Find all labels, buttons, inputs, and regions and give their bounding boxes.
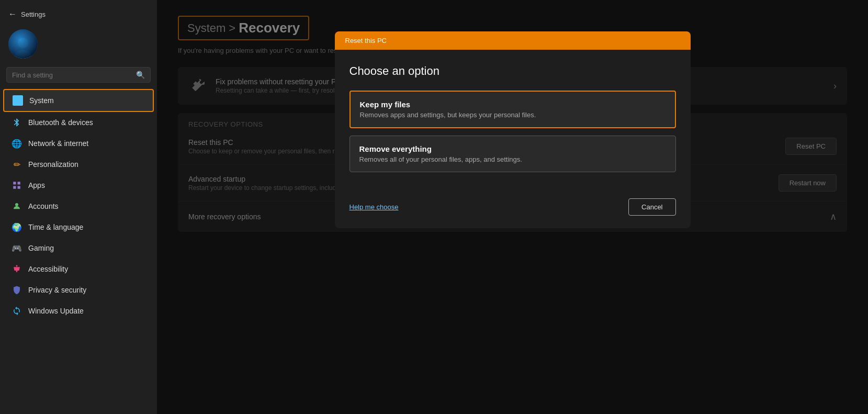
app-title: Settings [21, 10, 46, 18]
option-keep-title: Keep my files [360, 100, 666, 109]
sidebar: ← Settings 🔍 System B [0, 0, 157, 414]
sidebar-item-network[interactable]: 🌐 Network & internet [3, 133, 154, 154]
bluetooth-icon [12, 117, 22, 128]
sidebar-item-accessibility[interactable]: Accessibility [3, 259, 154, 279]
gaming-icon: 🎮 [12, 243, 22, 253]
sidebar-item-label: Accessibility [28, 265, 68, 273]
dialog-body: Choose an option Keep my files Removes a… [335, 50, 691, 190]
sidebar-item-system[interactable]: System [3, 89, 154, 112]
accounts-icon [12, 201, 22, 211]
reset-dialog: Reset this PC Choose an option Keep my f… [335, 31, 691, 228]
sidebar-item-time[interactable]: 🌍 Time & language [3, 217, 154, 238]
dialog-header: Reset this PC [335, 31, 691, 50]
svg-rect-4 [13, 182, 16, 184]
sidebar-item-label: Personalization [28, 160, 78, 169]
search-box[interactable]: 🔍 [6, 67, 151, 83]
cancel-button[interactable]: Cancel [628, 198, 675, 216]
privacy-icon [12, 285, 22, 295]
svg-rect-6 [13, 186, 16, 189]
sidebar-item-label: Bluetooth & devices [28, 118, 93, 127]
search-icon: 🔍 [136, 71, 145, 79]
dialog-title: Choose an option [350, 64, 676, 78]
sidebar-item-gaming[interactable]: 🎮 Gaming [3, 238, 154, 259]
help-link[interactable]: Help me choose [350, 203, 399, 211]
option-remove-desc: Removes all of your personal files, apps… [359, 155, 666, 163]
sidebar-item-personalization[interactable]: ✏ Personalization [3, 154, 154, 175]
svg-point-9 [16, 265, 18, 267]
avatar [8, 29, 38, 59]
dialog-footer: Help me choose Cancel [335, 190, 691, 228]
sidebar-item-label: Windows Update [28, 307, 84, 315]
svg-rect-7 [18, 186, 20, 189]
sidebar-item-apps[interactable]: Apps [3, 175, 154, 196]
network-icon: 🌐 [12, 138, 22, 149]
back-row[interactable]: ← Settings [0, 5, 157, 23]
sidebar-item-privacy[interactable]: Privacy & security [3, 279, 154, 300]
back-arrow-icon[interactable]: ← [8, 9, 17, 19]
sidebar-item-update[interactable]: Windows Update [3, 300, 154, 321]
update-icon [12, 306, 22, 316]
accessibility-icon [12, 264, 22, 274]
system-icon [13, 95, 23, 106]
svg-rect-5 [18, 182, 20, 184]
sidebar-item-label: Network & internet [28, 139, 88, 148]
option-remove-everything[interactable]: Remove everything Removes all of your pe… [350, 136, 676, 172]
sidebar-item-label: Privacy & security [28, 286, 86, 294]
svg-point-3 [8, 29, 38, 59]
main-content: System > Recovery If you're having probl… [157, 0, 868, 414]
apps-icon [12, 180, 22, 191]
sidebar-item-bluetooth[interactable]: Bluetooth & devices [3, 112, 154, 133]
sidebar-item-label: Accounts [28, 202, 59, 210]
sidebar-item-label: Time & language [28, 223, 83, 231]
sidebar-item-label: System [29, 96, 54, 105]
search-input[interactable] [12, 71, 132, 79]
sidebar-item-accounts[interactable]: Accounts [3, 196, 154, 217]
personalization-icon: ✏ [12, 159, 22, 170]
time-icon: 🌍 [12, 222, 22, 232]
dialog-overlay: Reset this PC Choose an option Keep my f… [157, 0, 868, 414]
option-keep-desc: Removes apps and settings, but keeps you… [360, 111, 666, 119]
option-keep-files[interactable]: Keep my files Removes apps and settings,… [350, 91, 676, 128]
sidebar-item-label: Apps [28, 181, 45, 189]
option-remove-title: Remove everything [359, 144, 666, 153]
svg-point-8 [15, 203, 18, 206]
sidebar-item-label: Gaming [28, 244, 54, 252]
